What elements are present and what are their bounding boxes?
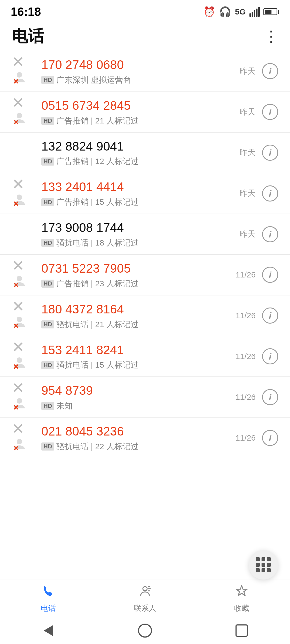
svg-marker-25 [236, 586, 247, 596]
system-nav [0, 617, 290, 644]
hd-badge: HD [41, 442, 54, 451]
call-number: 133 2401 4414 [41, 179, 240, 195]
call-number: 021 8045 3236 [41, 423, 235, 440]
call-time: 昨天 [240, 147, 256, 158]
call-avatar: ✕ [12, 60, 33, 82]
person-icon [12, 274, 27, 289]
call-info: 0731 5223 7905 HD 广告推销 | 23 人标记过 [41, 261, 235, 289]
call-subtitle: HD 广告推销 | 21 人标记过 [41, 115, 240, 126]
call-item[interactable]: ✕ 021 8045 3236 HD 骚扰电话 | 22 人标记过 [0, 418, 290, 458]
info-icon: i [269, 230, 271, 239]
call-item[interactable]: ✕ 0731 5223 7905 HD 广告推销 | 23 人标记过 [0, 255, 290, 295]
call-time: 昨天 [240, 188, 256, 199]
recents-button[interactable] [232, 621, 251, 640]
call-info-button[interactable]: i [262, 145, 278, 161]
call-info: 133 2401 4414 HD 广告推销 | 15 人标记过 [41, 179, 240, 208]
info-icon: i [269, 433, 271, 442]
svg-rect-4 [258, 7, 260, 17]
call-info-button[interactable]: i [262, 389, 278, 405]
svg-rect-2 [254, 10, 255, 17]
call-label: 广告推销 | 15 人标记过 [56, 197, 139, 208]
call-label: 骚扰电话 | 21 人标记过 [56, 319, 139, 330]
call-info-button[interactable]: i [262, 348, 278, 364]
call-info-button[interactable]: i [262, 104, 278, 120]
dialpad-icon [256, 557, 271, 572]
missed-call-icon: ✕ [12, 175, 33, 211]
missed-call-icon: ✕ [12, 298, 33, 334]
call-item[interactable]: 173 9008 1744 HD 骚扰电话 | 18 人标记过 昨天 i [0, 214, 290, 255]
missed-call-icon: ✕ [12, 257, 33, 293]
person-icon [12, 437, 27, 452]
recents-square-icon [235, 624, 248, 637]
dialpad-fab[interactable] [249, 550, 278, 580]
call-meta: 11/26 i [235, 267, 278, 283]
call-subtitle: HD 未知 [41, 400, 235, 411]
call-number: 0731 5223 7905 [41, 261, 235, 277]
call-subtitle: HD 广东深圳 虚拟运营商 [41, 75, 240, 86]
call-info-button[interactable]: i [262, 226, 278, 242]
call-label: 骚扰电话 | 18 人标记过 [56, 237, 139, 248]
nav-item-favorites[interactable]: 收藏 [193, 580, 290, 617]
status-time: 16:18 [11, 5, 41, 19]
header: 电话 ⋮ [0, 21, 290, 51]
favorites-nav-icon [235, 584, 249, 601]
info-icon: i [269, 393, 271, 402]
bottom-nav: 电话 联系人 收藏 [0, 580, 290, 617]
call-item[interactable]: ✕ 0515 6734 2845 HD 广告推销 | 21 人标记过 [0, 92, 290, 133]
call-item[interactable]: ✕ 180 4372 8164 HD 骚扰电话 | 21 人标记过 [0, 295, 290, 336]
call-number: 173 9008 1744 [41, 220, 240, 236]
call-info-button[interactable]: i [262, 63, 278, 79]
call-label: 未知 [56, 400, 73, 411]
svg-point-21 [143, 587, 147, 591]
more-button[interactable]: ⋮ [264, 29, 278, 44]
signal-icon [249, 7, 260, 17]
call-info-button[interactable]: i [262, 267, 278, 283]
nav-item-phone[interactable]: 电话 [0, 580, 97, 617]
call-item[interactable]: 132 8824 9041 HD 广告推销 | 12 人标记过 昨天 i [0, 133, 290, 173]
call-label: 广告推销 | 23 人标记过 [56, 278, 139, 289]
hd-badge: HD [41, 158, 54, 166]
nav-item-contacts[interactable]: 联系人 [97, 580, 193, 617]
call-info-button[interactable]: i [262, 430, 278, 446]
person-icon [12, 315, 27, 330]
phone-nav-icon [41, 584, 55, 601]
call-info-button[interactable]: i [262, 308, 278, 324]
call-item[interactable]: ✕ 153 2411 8241 HD 骚扰电话 | 15 人标记过 [0, 336, 290, 377]
call-subtitle: HD 骚扰电话 | 22 人标记过 [41, 441, 235, 452]
back-arrow-icon [44, 625, 53, 636]
call-time: 11/26 [235, 393, 256, 402]
call-subtitle: HD 骚扰电话 | 15 人标记过 [41, 360, 235, 371]
call-item[interactable]: ✕ 954 8739 HD 未知 11/26 [0, 377, 290, 418]
call-label: 广告推销 | 21 人标记过 [56, 115, 139, 126]
call-subtitle: HD 骚扰电话 | 18 人标记过 [41, 237, 240, 248]
svg-rect-0 [249, 13, 251, 17]
phone-nav-label: 电话 [41, 603, 56, 613]
call-info: 170 2748 0680 HD 广东深圳 虚拟运营商 [41, 57, 240, 86]
call-item[interactable]: ✕ 170 2748 0680 HD 广东深圳 虚拟运营商 [0, 51, 290, 92]
call-meta: 昨天 i [240, 145, 278, 161]
hd-badge: HD [41, 402, 54, 410]
call-info: 153 2411 8241 HD 骚扰电话 | 15 人标记过 [41, 342, 235, 371]
call-item[interactable]: ✕ 133 2401 4414 HD 广告推销 | 15 人标记过 [0, 173, 290, 214]
call-time: 11/26 [235, 352, 256, 361]
alarm-icon: ⏰ [203, 6, 215, 17]
call-info: 0515 6734 2845 HD 广告推销 | 21 人标记过 [41, 98, 240, 126]
hd-badge: HD [41, 280, 54, 288]
home-button[interactable] [136, 621, 154, 640]
5g-icon: 5G [235, 7, 246, 16]
call-info: 021 8045 3236 HD 骚扰电话 | 22 人标记过 [41, 423, 235, 452]
call-avatar: ✕ [12, 305, 33, 326]
call-time: 昨天 [240, 107, 256, 118]
call-label: 骚扰电话 | 22 人标记过 [56, 441, 139, 452]
person-icon [12, 71, 27, 86]
call-info-button[interactable]: i [262, 185, 278, 202]
call-time: 昨天 [240, 229, 256, 240]
call-time: 11/26 [235, 311, 256, 320]
missed-call-icon: ✕ [12, 379, 33, 415]
missed-call-icon: ✕ [12, 94, 33, 130]
person-icon [12, 356, 27, 371]
info-icon: i [269, 67, 271, 76]
call-meta: 昨天 i [240, 63, 278, 79]
headphones-icon: 🎧 [219, 6, 231, 17]
back-button[interactable] [39, 621, 58, 640]
